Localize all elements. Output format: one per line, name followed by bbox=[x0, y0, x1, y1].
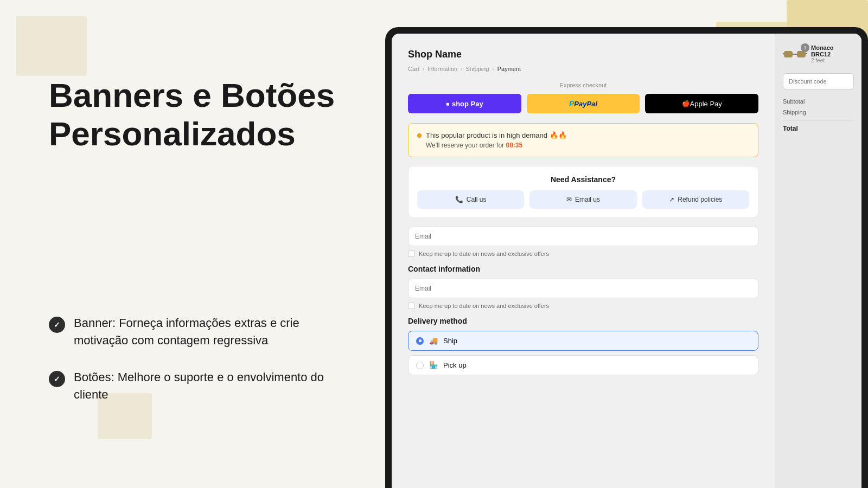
assistance-buttons: 📞 Call us ✉ Email us ↗ Refund policies bbox=[417, 190, 749, 209]
paypal-button[interactable]: P PayPal bbox=[527, 94, 640, 113]
main-heading: Banners e Botões Personalizados bbox=[49, 76, 336, 153]
breadcrumb-sep-3: › bbox=[492, 66, 494, 72]
checkbox-label-1: Keep me up to date on news and exclusive… bbox=[419, 251, 549, 257]
urgency-text: This popular product is in high demand 🔥… bbox=[426, 131, 567, 139]
shop-name: Shop Name bbox=[408, 49, 758, 60]
urgency-dot bbox=[417, 133, 422, 138]
checkbox-row-1: Keep me up to date on news and exclusive… bbox=[408, 251, 758, 257]
svg-rect-0 bbox=[784, 51, 793, 57]
product-thumb: 1 Monaco B bbox=[783, 44, 854, 63]
contact-section-label: Contact information bbox=[408, 265, 758, 273]
left-panel: Banners e Botões Personalizados Banner: … bbox=[0, 0, 369, 488]
email-icon: ✉ bbox=[566, 196, 572, 203]
delivery-option-pickup[interactable]: 🏪 Pick up bbox=[408, 355, 758, 375]
checkbox-2[interactable] bbox=[408, 303, 414, 309]
checkbox-1[interactable] bbox=[408, 251, 414, 257]
assistance-title: Need Assistance? bbox=[417, 175, 749, 184]
checkout-sidebar: 1 Monaco B bbox=[775, 34, 861, 488]
ship-truck-icon: 🚚 bbox=[429, 337, 438, 345]
shipping-row: Shipping bbox=[783, 109, 854, 115]
express-buttons-group: ■ shop Pay P PayPal 🍎 Apple Pay bbox=[408, 94, 758, 113]
breadcrumb: Cart › Information › Shipping › Payment bbox=[408, 66, 758, 72]
product-desc: 2 feet bbox=[811, 57, 854, 63]
svg-line-4 bbox=[806, 53, 807, 54]
email-us-button[interactable]: ✉ Email us bbox=[529, 190, 636, 209]
email-field-2[interactable] bbox=[408, 279, 758, 298]
product-badge: 1 bbox=[801, 43, 809, 52]
breadcrumb-payment[interactable]: Payment bbox=[497, 66, 521, 72]
email-field-1[interactable] bbox=[408, 227, 758, 246]
svg-line-3 bbox=[783, 53, 784, 54]
delivery-section-label: Delivery method bbox=[408, 317, 758, 325]
feature-text-2: Botões: Melhore o suporte e o envolvimen… bbox=[74, 369, 336, 403]
radio-ship-selected bbox=[416, 337, 424, 345]
applepay-button[interactable]: 🍎 Apple Pay bbox=[645, 94, 758, 113]
breadcrumb-shipping[interactable]: Shipping bbox=[466, 66, 489, 72]
breadcrumb-sep-1: › bbox=[423, 66, 424, 72]
assistance-box: Need Assistance? 📞 Call us ✉ Email us ↗ bbox=[408, 166, 758, 218]
feature-item-2: Botões: Melhore o suporte e o envolvimen… bbox=[49, 369, 336, 403]
shoppay-button[interactable]: ■ shop Pay bbox=[408, 94, 521, 113]
radio-pickup-empty bbox=[416, 362, 424, 369]
urgency-banner: This popular product is in high demand 🔥… bbox=[408, 123, 758, 157]
subtotal-label: Subtotal bbox=[783, 98, 805, 105]
features-list: Banner: Forneça informações extras e cri… bbox=[49, 314, 336, 423]
urgency-banner-title: This popular product is in high demand 🔥… bbox=[417, 131, 749, 139]
call-us-button[interactable]: 📞 Call us bbox=[417, 190, 524, 209]
checkout-main: Shop Name Cart › Information › Shipping … bbox=[392, 34, 775, 488]
breadcrumb-sep-2: › bbox=[461, 66, 462, 72]
paypal-p-icon: P bbox=[569, 99, 574, 108]
breadcrumb-information[interactable]: Information bbox=[427, 66, 457, 72]
feature-text-1: Banner: Forneça informações extras e cri… bbox=[74, 314, 336, 349]
urgency-subtext: We'll reserve your order for bbox=[426, 142, 506, 149]
device-frame: Shop Name Cart › Information › Shipping … bbox=[385, 27, 868, 488]
left-content: Banners e Botões Personalizados Banner: … bbox=[49, 33, 336, 455]
urgency-timer: We'll reserve your order for 08:35 bbox=[417, 142, 749, 149]
phone-icon: 📞 bbox=[455, 196, 463, 203]
timer-value: 08:35 bbox=[506, 142, 522, 149]
discount-code-input[interactable] bbox=[783, 73, 854, 89]
pickup-label: Pick up bbox=[443, 361, 467, 369]
product-name: Monaco BRC12 bbox=[811, 44, 854, 57]
check-icon-1 bbox=[49, 317, 65, 333]
product-info: Monaco BRC12 2 feet bbox=[811, 44, 854, 63]
total-label: Total bbox=[783, 125, 798, 132]
checkbox-label-2: Keep me up to date on news and exclusive… bbox=[419, 303, 549, 309]
total-row: Total bbox=[783, 125, 854, 132]
delivery-option-ship[interactable]: 🚚 Ship bbox=[408, 331, 758, 351]
check-icon-2 bbox=[49, 371, 65, 387]
refund-policies-button[interactable]: ↗ Refund policies bbox=[642, 190, 749, 209]
device-screen: Shop Name Cart › Information › Shipping … bbox=[392, 34, 861, 488]
feature-item-1: Banner: Forneça informações extras e cri… bbox=[49, 314, 336, 349]
subtotal-row: Subtotal bbox=[783, 98, 854, 105]
express-checkout-label: Express checkout bbox=[408, 82, 758, 88]
shipping-label: Shipping bbox=[783, 109, 806, 115]
shoppay-icon: ■ bbox=[446, 101, 449, 107]
ship-label: Ship bbox=[443, 337, 457, 345]
breadcrumb-cart[interactable]: Cart bbox=[408, 66, 419, 72]
pickup-store-icon: 🏪 bbox=[429, 361, 438, 369]
external-link-icon: ↗ bbox=[669, 196, 674, 203]
right-panel: Shop Name Cart › Information › Shipping … bbox=[369, 0, 868, 488]
heading-area: Banners e Botões Personalizados bbox=[49, 33, 336, 153]
checkbox-row-2: Keep me up to date on news and exclusive… bbox=[408, 303, 758, 309]
summary-divider bbox=[783, 120, 854, 120]
